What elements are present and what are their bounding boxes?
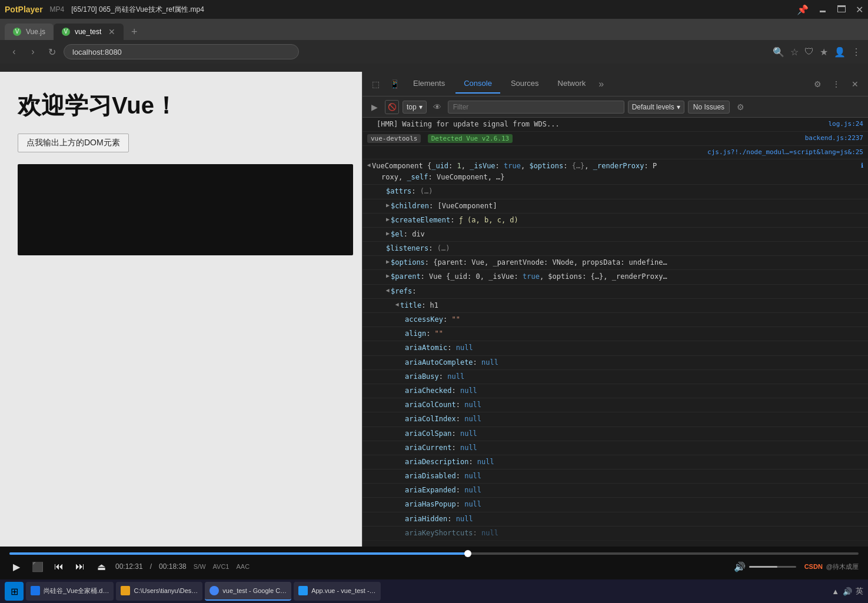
- minimize-icon[interactable]: 🗕: [818, 4, 827, 15]
- media-eject-button[interactable]: ⏏: [94, 559, 108, 574]
- devtools-close-icon[interactable]: ✕: [847, 76, 863, 92]
- devtools-panel: ⬚ 📱 Elements Console Sources Network » ⚙…: [362, 72, 868, 547]
- taskbar-icon-2: [209, 586, 219, 595]
- el-caret[interactable]: ▶: [386, 229, 390, 238]
- console-prop-createelement: ▶ $createElement: ƒ (a, b, c, d): [363, 214, 868, 228]
- media-prev-button[interactable]: ⏮: [52, 559, 66, 574]
- vue-detected-source[interactable]: backend.js:2237: [800, 133, 863, 144]
- browser-tab-vue[interactable]: V Vue.js: [5, 24, 54, 40]
- taskbar-label-3: App.vue - vue_test -…: [311, 587, 375, 594]
- tray-lang-icon[interactable]: 英: [856, 586, 863, 597]
- console-prop-ariacurrent: ariaCurrent: null: [363, 441, 868, 455]
- console-levels-select[interactable]: Default levels ▾: [628, 101, 684, 114]
- console-prop-ariadisabled: ariaDisabled: null: [363, 469, 868, 484]
- main-area: 欢迎学习Vue！ 点我输出上方的DOM元素 ⬚ 📱 Elements Conso…: [0, 72, 868, 547]
- devtools-device-icon[interactable]: 📱: [386, 76, 403, 92]
- console-run-icon[interactable]: ▶: [367, 100, 381, 114]
- volume-icon[interactable]: 🔊: [734, 561, 746, 572]
- tab-network[interactable]: Network: [550, 74, 594, 94]
- media-audio-codec: AAC: [236, 563, 250, 570]
- console-eye-icon[interactable]: 👁: [430, 100, 444, 114]
- children-caret[interactable]: ▶: [386, 201, 390, 210]
- parent-caret[interactable]: ▶: [386, 271, 390, 281]
- start-button[interactable]: ⊞: [5, 582, 24, 601]
- createelement-content: $createElement: ƒ (a, b, c, d): [391, 215, 863, 226]
- console-prop-parent: ▶ $parent: Vue {_uid: 0, _isVue: true, $…: [363, 270, 868, 284]
- console-prop-ariacolcount: ariaColCount: null: [363, 398, 868, 412]
- extension-icon[interactable]: ★: [820, 46, 828, 58]
- media-stop-button[interactable]: ⬛: [31, 559, 45, 574]
- profile-icon[interactable]: 👤: [834, 46, 846, 58]
- ariaatomic-content: ariaAtomic: null: [405, 342, 863, 354]
- console-filter-input[interactable]: [448, 101, 624, 114]
- createelement-caret[interactable]: ▶: [386, 215, 390, 224]
- devtools-options-icon[interactable]: ⋮: [828, 76, 844, 92]
- address-input[interactable]: [64, 44, 299, 59]
- console-context-select[interactable]: top ▾: [403, 101, 427, 114]
- close-icon[interactable]: ✕: [856, 4, 863, 15]
- tray-volume-icon[interactable]: 🔊: [843, 587, 852, 596]
- browser-tab-vue-test[interactable]: V vue_test ✕: [54, 24, 124, 40]
- media-progress-thumb[interactable]: [464, 550, 471, 557]
- console-prop-ariaexpanded: ariaExpanded: null: [363, 484, 868, 498]
- media-progress-fill: [9, 552, 468, 555]
- bookmark-icon[interactable]: ☆: [790, 46, 799, 58]
- system-tray: ▲ 🔊 英: [832, 586, 863, 597]
- listeners-content: $listeners: (…): [386, 243, 863, 254]
- more-icon[interactable]: ⋮: [852, 46, 861, 58]
- console-prop-children: ▶ $children: [VueComponent]: [363, 199, 868, 214]
- zoom-icon[interactable]: 🔍: [773, 46, 784, 58]
- media-play-button[interactable]: ▶: [9, 559, 24, 574]
- partial-content: ariaKeyShortcuts: null: [405, 528, 863, 539]
- devtools-more-tabs[interactable]: »: [596, 79, 606, 89]
- vpn-icon[interactable]: 🛡: [804, 46, 814, 58]
- tab-elements[interactable]: Elements: [405, 74, 453, 94]
- tab-console[interactable]: Console: [455, 74, 500, 94]
- parent-content: $parent: Vue {_uid: 0, _isVue: true, $op…: [391, 271, 863, 282]
- taskbar-item-1[interactable]: C:\Users\tianyu\Des…: [116, 582, 202, 601]
- taskbar-item-0[interactable]: 尚硅谷_Vue全家桶.d…: [26, 582, 114, 601]
- devtools-inspect-icon[interactable]: ⬚: [367, 76, 384, 92]
- console-line-cjs: cjs.js?!./node_modul…=script&lang=js&:25: [363, 146, 868, 159]
- cjs-source[interactable]: cjs.js?!./node_modul…=script&lang=js&:25: [703, 147, 863, 158]
- vue-devtools-badge: vue-devtools: [367, 134, 421, 143]
- dom-output-button[interactable]: 点我输出上方的DOM元素: [18, 134, 129, 152]
- vue-component-arrow[interactable]: ▼: [364, 164, 374, 167]
- media-next-button[interactable]: ⏭: [73, 559, 87, 574]
- tab-sources[interactable]: Sources: [503, 74, 547, 94]
- pin-icon[interactable]: 📌: [797, 4, 809, 15]
- maximize-icon[interactable]: 🗖: [837, 4, 846, 15]
- console-prop-refs: ▼ $refs:: [363, 285, 868, 299]
- taskbar-item-3[interactable]: App.vue - vue_test -…: [294, 582, 380, 601]
- volume-bar[interactable]: [749, 566, 796, 568]
- reload-button[interactable]: ↻: [45, 45, 59, 59]
- console-output[interactable]: [HMR] Waiting for update signal from WDS…: [363, 118, 868, 547]
- devtools-right-icons: ⚙ ⋮ ✕: [809, 76, 863, 92]
- options-caret[interactable]: ▶: [386, 257, 390, 266]
- ariacurrent-content: ariaCurrent: null: [405, 442, 863, 454]
- browser-chrome: V Vue.js V vue_test ✕ + ‹ › ↻ 🔍 ☆ 🛡 ★ 👤 …: [0, 19, 868, 72]
- new-tab-button[interactable]: +: [126, 24, 142, 40]
- devtools-settings-icon[interactable]: ⚙: [809, 76, 826, 92]
- forward-button[interactable]: ›: [26, 45, 40, 59]
- console-settings-icon[interactable]: ⚙: [733, 100, 747, 114]
- console-clear-icon[interactable]: 🚫: [385, 100, 399, 114]
- ariabusy-content: ariaBusy: null: [405, 371, 863, 382]
- context-label: top: [407, 103, 417, 111]
- context-dropdown-icon: ▾: [419, 103, 423, 111]
- console-prop-ariacolspan: ariaColSpan: null: [363, 427, 868, 441]
- refs-caret[interactable]: ▼: [383, 289, 393, 292]
- tray-expand-icon[interactable]: ▲: [832, 587, 839, 596]
- console-prop-options: ▶ $options: {parent: Vue, _parentVnode: …: [363, 256, 868, 270]
- align-content: align: "": [405, 328, 863, 339]
- ariachecked-content: ariaChecked: null: [405, 385, 863, 397]
- back-button[interactable]: ‹: [7, 45, 21, 59]
- tab-close-icon[interactable]: ✕: [108, 27, 115, 36]
- video-area: [18, 164, 353, 255]
- title-caret[interactable]: ▼: [393, 303, 402, 307]
- taskbar-item-2[interactable]: vue_test - Google C…: [205, 582, 291, 601]
- hmr-source[interactable]: log.js:24: [823, 119, 863, 129]
- window-controls[interactable]: 📌 🗕 🗖 ✕: [797, 4, 863, 15]
- media-progress-bar[interactable]: [9, 552, 859, 555]
- potplayer-logo: PotPlayer: [5, 5, 43, 14]
